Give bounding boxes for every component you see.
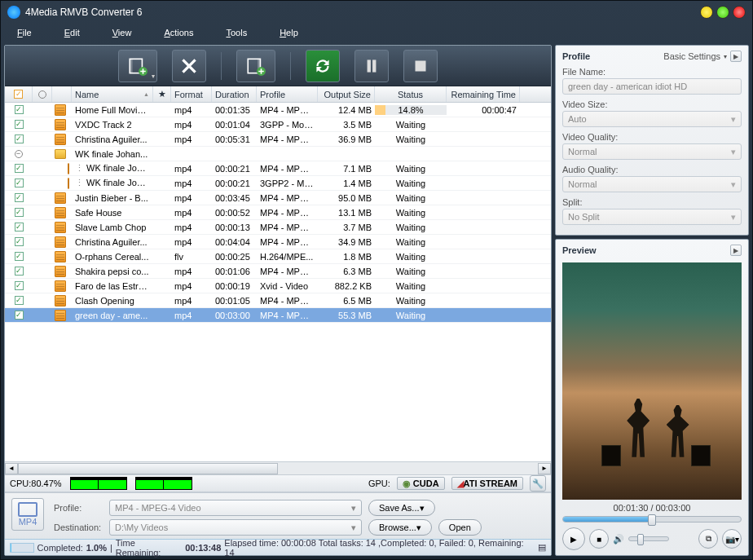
table-row[interactable]: ⋮ WK finale Johan...mp400:00:213GPP2 - M… [5,176,551,191]
row-checkbox[interactable] [15,252,24,261]
menu-help[interactable]: Help [280,28,298,37]
table-row[interactable]: Safe Housemp400:00:52MP4 - MPEG...13.1 M… [5,205,551,220]
cell-profile: MP4 - MPEG... [257,193,318,203]
table-row[interactable]: VXDC Track 2mp400:01:043GPP - Mobil...3.… [5,117,551,132]
row-checkbox[interactable] [15,267,24,276]
menu-edit[interactable]: Edit [64,28,80,37]
table-row[interactable]: Home Full Movie ...mp400:01:35MP4 - MPEG… [5,103,551,117]
profile-icon: MP4 [11,498,44,531]
col-format[interactable]: Format [171,86,212,102]
row-checkbox[interactable] [15,120,24,129]
profile-select[interactable]: MP4 - MPEG-4 Video [109,500,362,516]
videosize-select[interactable]: Auto [562,111,742,127]
col-star[interactable]: ★ [153,86,171,102]
add-profile-button[interactable] [236,50,275,82]
table-row[interactable]: Slave Lamb Chopmp400:00:13MP4 - MPEG...3… [5,220,551,235]
row-checkbox[interactable] [15,179,24,187]
col-status-icon[interactable] [33,86,52,102]
file-icon [55,266,66,277]
file-icon [55,251,66,262]
cell-profile: H.264/MPE... [257,252,318,262]
expand-profile-icon[interactable]: ▶ [730,51,742,62]
row-checkbox[interactable] [15,311,24,320]
log-icon[interactable]: ▤ [538,542,546,553]
table-row[interactable]: O-rphans Cereal...flv00:00:25H.264/MPE..… [5,249,551,264]
row-checkbox[interactable] [15,164,24,173]
menu-view[interactable]: View [112,28,132,37]
aquality-select[interactable]: Normal [562,176,742,192]
basic-settings-link[interactable]: Basic Settings [663,51,720,61]
filename-input[interactable]: green day - american idiot HD [562,78,742,95]
col-name[interactable]: Name [72,86,153,102]
split-select[interactable]: No Split [562,209,742,225]
camera-button[interactable]: 📷▾ [722,529,742,549]
scroll-thumb[interactable] [18,463,278,474]
table-row[interactable]: Justin Bieber - B...mp400:03:45MP4 - MPE… [5,191,551,205]
seek-handle[interactable] [648,514,656,526]
preview-title: Preview [562,245,597,255]
table-row[interactable]: Christina Aguiler...mp400:05:31MP4 - MPE… [5,132,551,147]
ati-badge[interactable]: ◢ATI STREAM [451,477,523,490]
row-checkbox[interactable] [15,134,24,143]
col-remaining[interactable]: Remaining Time [447,86,520,102]
close-button[interactable] [733,6,746,19]
table-row[interactable]: −WK finale Johan... [5,147,551,161]
preview-time: 00:01:30 / 00:03:00 [562,501,742,514]
row-checkbox[interactable] [15,105,24,114]
row-checkbox[interactable] [15,208,24,217]
row-checkbox[interactable] [15,281,24,290]
preview-frame [562,262,742,500]
stop-button[interactable] [403,50,438,82]
videosize-label: Video Size: [562,99,742,109]
destination-select[interactable]: D:\My Videos [109,519,362,536]
volume-icon[interactable]: 🔊 [613,534,624,545]
collapse-icon[interactable]: − [15,150,23,158]
row-checkbox[interactable] [15,223,24,231]
table-row[interactable]: Christina Aguiler...mp400:04:04MP4 - MPE… [5,235,551,249]
cuda-badge[interactable]: ◉CUDA [397,477,445,490]
table-row[interactable]: ⋮ WK finale Johan...mp400:00:21MP4 - MPE… [5,161,551,176]
col-type-icon[interactable] [52,86,72,102]
horizontal-scrollbar[interactable]: ◄ ► [5,461,551,474]
menu-actions[interactable]: Actions [164,28,193,37]
cell-format: mp4 [171,208,212,218]
snapshot-button[interactable]: ⧉ [698,529,718,549]
row-checkbox[interactable] [15,193,24,202]
minimize-button[interactable] [700,6,713,19]
col-duration[interactable]: Duration [212,86,257,102]
volume-slider[interactable] [628,536,669,541]
expand-preview-icon[interactable]: ▶ [730,245,742,256]
menu-file[interactable]: File [17,28,32,37]
browse-button[interactable]: Browse... ▾ [368,519,432,536]
scroll-left-icon[interactable]: ◄ [5,463,18,474]
col-status[interactable]: Status [375,86,447,102]
maximize-button[interactable] [716,6,729,19]
open-button[interactable]: Open [438,519,482,536]
remove-button[interactable] [172,50,206,82]
svg-rect-6 [368,60,371,72]
scroll-right-icon[interactable]: ► [538,463,551,474]
table-row[interactable]: Faro de las Estre...mp400:00:19Xvid - Vi… [5,279,551,293]
vquality-select[interactable]: Normal [562,143,742,160]
pause-button[interactable] [354,50,389,82]
menu-tools[interactable]: Tools [226,28,247,37]
file-icon [55,192,66,204]
preview-video[interactable] [562,262,742,500]
table-row[interactable]: Shakira pepsi co...mp400:01:06MP4 - MPEG… [5,264,551,279]
preview-stop-button[interactable]: ■ [589,529,609,549]
seek-bar[interactable] [562,516,742,523]
col-output[interactable]: Output Size [318,86,375,102]
left-pane: ▾ [4,45,552,556]
convert-button[interactable] [306,50,340,82]
col-checkbox[interactable] [5,86,33,102]
play-button[interactable]: ▶ [562,527,585,550]
col-profile[interactable]: Profile [257,86,318,102]
settings-button[interactable]: 🔧 [530,475,546,492]
add-file-button[interactable]: ▾ [118,50,157,82]
title-bar[interactable]: 4Media RMVB Converter 6 [1,1,752,24]
row-checkbox[interactable] [15,296,24,305]
table-row[interactable]: green day - ame...mp400:03:00MP4 - MPEG.… [5,308,551,323]
row-checkbox[interactable] [15,237,24,246]
table-row[interactable]: Clash Openingmp400:01:05MP4 - MPEG...6.5… [5,293,551,308]
save-as-button[interactable]: Save As... ▾ [368,500,435,516]
